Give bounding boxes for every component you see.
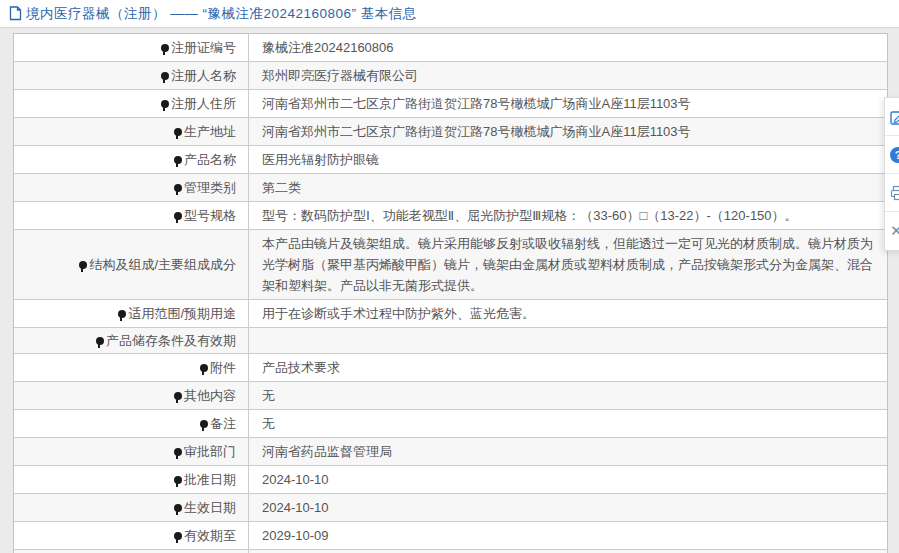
row-value: 本产品由镜片及镜架组成。镜片采用能够反射或吸收辐射线，但能透过一定可见光的材质制… — [249, 230, 887, 299]
print-icon[interactable] — [885, 174, 899, 212]
note-icon — [174, 448, 182, 456]
row-label: 有效期至 — [14, 522, 249, 549]
table-row: 管理类别 第二类 — [14, 174, 887, 202]
row-label-text: 备注 — [210, 415, 236, 433]
table-row: 产品储存条件及有效期 — [14, 328, 887, 354]
table-row: 注册人住所 河南省郑州市二七区京广路街道贺江路78号橄榄城广场商业A座11层11… — [14, 90, 887, 118]
row-label: 结构及组成/主要组成成分 — [14, 230, 249, 299]
registration-info-table: 注册证编号 豫械注准20242160806 注册人名称 郑州即亮医疗器械有限公司… — [13, 33, 888, 553]
row-value: 2024-10-10 — [249, 494, 887, 521]
side-toolbar: ? ✕ — [884, 97, 899, 251]
row-label: 型号规格 — [14, 202, 249, 229]
note-icon — [200, 420, 208, 428]
note-icon — [79, 261, 87, 269]
row-label-text: 结构及组成/主要组成成分 — [89, 256, 236, 274]
note-icon — [174, 392, 182, 400]
row-value: 用于在诊断或手术过程中防护紫外、蓝光危害。 — [249, 300, 887, 327]
row-value: 河南省郑州市二七区京广路街道贺江路78号橄榄城广场商业A座11层1103号 — [249, 90, 887, 117]
row-label-text: 有效期至 — [184, 527, 236, 545]
row-value: 第二类 — [249, 174, 887, 201]
note-icon — [161, 72, 169, 80]
table-row: 有效期至 2029-10-09 — [14, 522, 887, 550]
close-x-glyph: ✕ — [890, 222, 899, 240]
note-icon — [96, 337, 104, 345]
row-label: 备注 — [14, 410, 249, 437]
table-row: 审批部门 河南省药品监督管理局 — [14, 438, 887, 466]
row-label-text: 注册证编号 — [171, 39, 236, 57]
row-label: 批准日期 — [14, 466, 249, 493]
row-label-text: 其他内容 — [184, 387, 236, 405]
row-label: 注册证编号 — [14, 34, 249, 61]
row-label: 产品名称 — [14, 146, 249, 173]
note-icon — [174, 476, 182, 484]
row-label: 生效日期 — [14, 494, 249, 521]
table-row: 适用范围/预期用途 用于在诊断或手术过程中防护紫外、蓝光危害。 — [14, 300, 887, 328]
row-label-text: 生效日期 — [184, 499, 236, 517]
document-icon — [9, 6, 22, 21]
row-label: 其他内容 — [14, 382, 249, 409]
page: 境内医疗器械（注册） —— “豫械注准20242160806” 基本信息 注册证… — [0, 0, 899, 553]
row-label: 生产地址 — [14, 118, 249, 145]
row-value: 型号：数码防护型Ⅰ、功能老视型Ⅱ、屈光防护型Ⅲ规格：（33-60）□（13-22… — [249, 202, 887, 229]
note-icon — [161, 44, 169, 52]
table-row: 生效日期 2024-10-10 — [14, 494, 887, 522]
title-bar: 境内医疗器械（注册） —— “豫械注准20242160806” 基本信息 — [0, 0, 899, 28]
help-icon[interactable]: ? — [885, 136, 899, 174]
table-row: 产品名称 医用光辐射防护眼镜 — [14, 146, 887, 174]
note-icon — [174, 156, 182, 164]
row-label: 产品储存条件及有效期 — [14, 328, 249, 353]
table-row: 生产地址 河南省郑州市二七区京广路街道贺江路78号橄榄城广场商业A座11层110… — [14, 118, 887, 146]
row-value: 郑州即亮医疗器械有限公司 — [249, 62, 887, 89]
row-label-text: 管理类别 — [184, 179, 236, 197]
note-icon — [118, 310, 126, 318]
row-value — [249, 328, 887, 353]
row-label-text: 适用范围/预期用途 — [128, 305, 236, 323]
note-icon — [174, 184, 182, 192]
row-value: 无 — [249, 410, 887, 437]
page-title: 境内医疗器械（注册） —— “豫械注准20242160806” 基本信息 — [26, 5, 417, 23]
table-row: 其他内容 无 — [14, 382, 887, 410]
row-label-text: 产品名称 — [184, 151, 236, 169]
row-label: 注册人住所 — [14, 90, 249, 117]
row-label: 审批部门 — [14, 438, 249, 465]
table-row: 注册人名称 郑州即亮医疗器械有限公司 — [14, 62, 887, 90]
row-label-text: 型号规格 — [184, 207, 236, 225]
note-icon — [174, 504, 182, 512]
note-icon — [200, 364, 208, 372]
row-label-text: 注册人名称 — [171, 67, 236, 85]
table-row: 结构及组成/主要组成成分 本产品由镜片及镜架组成。镜片采用能够反射或吸收辐射线，… — [14, 230, 887, 300]
row-value: 2024-10-10 — [249, 466, 887, 493]
row-label-text: 审批部门 — [184, 443, 236, 461]
note-icon — [174, 212, 182, 220]
table-row: 注册证编号 豫械注准20242160806 — [14, 34, 887, 62]
note-icon — [174, 128, 182, 136]
row-value: 豫械注准20242160806 — [249, 34, 887, 61]
help-question-glyph: ? — [890, 147, 899, 163]
table-row: 批准日期 2024-10-10 — [14, 466, 887, 494]
table-row: 备注 无 — [14, 410, 887, 438]
row-label: 注册人名称 — [14, 62, 249, 89]
row-value: 医用光辐射防护眼镜 — [249, 146, 887, 173]
row-value: 河南省郑州市二七区京广路街道贺江路78号橄榄城广场商业A座11层1103号 — [249, 118, 887, 145]
row-label-text: 生产地址 — [184, 123, 236, 141]
row-label-text: 附件 — [210, 359, 236, 377]
row-label-text: 产品储存条件及有效期 — [106, 332, 236, 350]
row-value: 2029-10-09 — [249, 522, 887, 549]
table-row: 附件 产品技术要求 — [14, 354, 887, 382]
row-label-text: 注册人住所 — [171, 95, 236, 113]
row-label: 管理类别 — [14, 174, 249, 201]
note-icon — [161, 100, 169, 108]
row-value: 产品技术要求 — [249, 354, 887, 381]
row-value: 无 — [249, 382, 887, 409]
row-value: 河南省药品监督管理局 — [249, 438, 887, 465]
close-icon[interactable]: ✕ — [885, 212, 899, 250]
note-icon — [174, 532, 182, 540]
row-label: 适用范围/预期用途 — [14, 300, 249, 327]
edit-icon[interactable] — [885, 98, 899, 136]
row-label: 附件 — [14, 354, 249, 381]
table-row: 型号规格 型号：数码防护型Ⅰ、功能老视型Ⅱ、屈光防护型Ⅲ规格：（33-60）□（… — [14, 202, 887, 230]
row-label-text: 批准日期 — [184, 471, 236, 489]
